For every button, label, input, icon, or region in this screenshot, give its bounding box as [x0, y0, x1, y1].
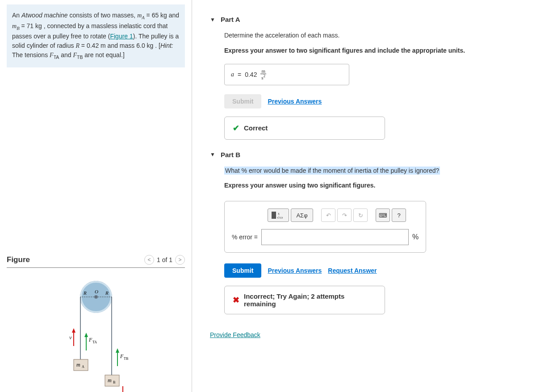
- part-a-sub-instruction: Express your answer to two significant f…: [224, 46, 523, 55]
- svg-text:TB: TB: [124, 357, 128, 361]
- svg-marker-20: [116, 348, 119, 353]
- svg-text:√▭: √▭: [277, 215, 283, 220]
- part-b-feedback-incorrect: ✖ Incorrect; Try Again; 2 attempts remai…: [224, 286, 385, 314]
- figure-link[interactable]: Figure 1: [110, 33, 133, 40]
- part-b-submit-button[interactable]: Submit: [224, 263, 261, 278]
- figure-heading: Figure: [7, 255, 30, 264]
- svg-text:O: O: [95, 289, 98, 294]
- part-b-input-panel: x√▭ ΑΣφ ↶ ↷ ↻ ⌨ ? % error = %: [224, 201, 426, 253]
- svg-marker-10: [72, 328, 75, 333]
- part-a-previous-answers-link[interactable]: Previous Answers: [268, 98, 322, 105]
- part-b-request-answer-link[interactable]: Request Answer: [328, 267, 377, 274]
- part-b-answer-input[interactable]: [261, 229, 409, 245]
- svg-text:F: F: [88, 337, 92, 343]
- part-a-answer-display: a = 0.42 m s2: [224, 64, 349, 85]
- redo-button[interactable]: ↷: [337, 209, 352, 222]
- svg-rect-29: [272, 212, 276, 219]
- svg-text:F: F: [120, 353, 124, 359]
- part-a-caret-icon[interactable]: ▼: [210, 17, 215, 23]
- check-icon: ✔: [233, 123, 239, 133]
- svg-text:v: v: [69, 334, 72, 341]
- problem-statement: An Atwood machine consists of two masses…: [7, 4, 185, 67]
- pager-next-button[interactable]: >: [175, 255, 185, 265]
- svg-text:R: R: [105, 290, 109, 296]
- figure-pager: < 1 of 1 >: [144, 255, 185, 265]
- svg-text:TA: TA: [92, 340, 97, 344]
- svg-marker-13: [84, 333, 88, 337]
- help-button[interactable]: ?: [392, 209, 406, 222]
- part-a-instruction: Determine the acceleration of each mass.: [224, 31, 523, 40]
- svg-text:m: m: [76, 362, 80, 368]
- part-b-previous-answers-link[interactable]: Previous Answers: [268, 267, 322, 274]
- svg-text:R: R: [83, 290, 87, 296]
- pager-prev-button[interactable]: <: [144, 255, 154, 265]
- symbols-button[interactable]: ΑΣφ: [291, 209, 313, 222]
- part-b-question: What % error would be made if the moment…: [224, 167, 523, 175]
- svg-text:A: A: [82, 365, 84, 369]
- keyboard-button[interactable]: ⌨: [376, 209, 390, 222]
- part-b-unit: %: [412, 233, 419, 241]
- part-a-submit-button: Submit: [224, 94, 261, 108]
- x-icon: ✖: [233, 295, 239, 305]
- part-b-answer-label: % error =: [232, 234, 258, 241]
- part-a-title: Part A: [221, 16, 240, 23]
- undo-button[interactable]: ↶: [321, 209, 335, 222]
- svg-text:v: v: [126, 390, 128, 392]
- part-b-caret-icon[interactable]: ▼: [210, 151, 215, 158]
- svg-rect-23: [105, 375, 119, 386]
- part-b-sub-instruction: Express your answer using two significan…: [224, 181, 523, 190]
- part-b-title: Part B: [221, 151, 240, 158]
- figure-diagram: R O R v F TA m A: [7, 277, 185, 392]
- svg-text:m: m: [108, 377, 112, 384]
- reset-button[interactable]: ↻: [353, 209, 368, 222]
- svg-rect-16: [74, 359, 88, 371]
- provide-feedback-link[interactable]: Provide Feedback: [210, 331, 260, 338]
- svg-text:B: B: [113, 380, 115, 384]
- part-a-feedback-correct: ✔ Correct: [224, 117, 385, 140]
- templates-button[interactable]: x√▭: [268, 209, 289, 222]
